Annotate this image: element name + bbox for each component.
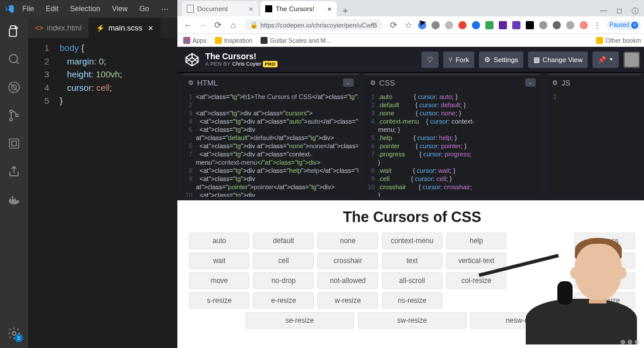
maximize-icon[interactable]: ◻ bbox=[616, 6, 622, 16]
cursor-cell-vertical-text[interactable]: vertical-text bbox=[446, 253, 507, 269]
activity-bar: 1 bbox=[0, 18, 28, 348]
cursor-cell-se-resize[interactable]: se-resize bbox=[245, 312, 354, 329]
address-bar[interactable]: 🔒 https://codepen.io/chriscoyier/pen/uCw… bbox=[244, 19, 383, 30]
cursor-cell-ns-resize[interactable]: ns-resize bbox=[382, 292, 443, 309]
gear-icon[interactable]: ⚙ bbox=[188, 79, 194, 87]
pen-title: The Cursors! bbox=[205, 52, 278, 61]
inspiration-bookmark[interactable]: Inspiration bbox=[215, 37, 252, 44]
star-icon[interactable]: ☆ bbox=[403, 20, 413, 30]
avatar-button[interactable] bbox=[624, 52, 640, 68]
back-icon[interactable]: ← bbox=[183, 20, 193, 30]
change-view-button[interactable]: ▦Change View bbox=[528, 52, 588, 68]
cursor-cell-not-allowed[interactable]: not-allowed bbox=[317, 272, 378, 289]
heart-button[interactable]: ♡ bbox=[422, 52, 439, 68]
js-editor[interactable]: 1 bbox=[547, 90, 641, 197]
cursor-cell-progress[interactable]: progress bbox=[574, 233, 635, 249]
cursor-cell-no-drop[interactable]: no-drop bbox=[253, 272, 314, 289]
code-editor[interactable]: 12345 body { margin: 0; height: 100vh; c… bbox=[28, 38, 177, 348]
chevron-down-icon[interactable]: ⌄ bbox=[343, 79, 354, 87]
menu-more[interactable]: ⋯ bbox=[157, 2, 173, 16]
debug-bug-icon[interactable] bbox=[6, 80, 22, 95]
ext-icon[interactable] bbox=[512, 21, 520, 29]
tab-label: index.html bbox=[47, 23, 81, 32]
share-icon[interactable] bbox=[6, 164, 22, 179]
menu-go[interactable]: Go bbox=[135, 2, 153, 15]
close-icon[interactable]: × bbox=[148, 23, 153, 33]
minimize-icon[interactable]: — bbox=[600, 6, 607, 16]
menu-edit[interactable]: Edit bbox=[42, 2, 63, 15]
ext-icon[interactable] bbox=[472, 21, 480, 29]
cursor-cell-auto[interactable]: auto bbox=[189, 233, 250, 249]
ext-icon[interactable] bbox=[526, 21, 534, 29]
cursor-cell-w-resize[interactable]: w-resize bbox=[317, 292, 378, 309]
cursor-cell-crosshair[interactable]: crosshair bbox=[317, 253, 378, 269]
cursor-cell-none[interactable]: none bbox=[317, 233, 378, 249]
cursor-cell-cell[interactable]: cell bbox=[253, 253, 314, 269]
cursor-cell-text[interactable]: text bbox=[382, 253, 443, 269]
fork-button[interactable]: ⑂Fork bbox=[443, 52, 474, 68]
ext-icon[interactable] bbox=[431, 21, 440, 29]
apps-icon bbox=[183, 37, 190, 44]
source-control-icon[interactable] bbox=[6, 108, 22, 123]
forward-icon[interactable]: → bbox=[198, 20, 208, 30]
css-editor[interactable]: 1234 567 8910 11.auto { cursor: auto; }.… bbox=[365, 90, 540, 197]
cursor-cell-context-menu[interactable]: context-menu bbox=[382, 233, 443, 249]
close-icon[interactable]: × bbox=[249, 5, 254, 13]
cursor-cell-col-resize[interactable]: col-resize bbox=[446, 272, 507, 289]
cursor-cell-wait[interactable]: wait bbox=[189, 253, 250, 269]
new-tab-button[interactable]: + bbox=[339, 4, 352, 16]
ext-icon[interactable] bbox=[553, 21, 561, 29]
other-bookmarks[interactable]: Other bookm bbox=[596, 37, 641, 44]
close-icon[interactable]: × bbox=[327, 5, 332, 13]
cursor-cell-nesw-resize[interactable]: nesw-resize bbox=[470, 312, 579, 329]
cursor-cell-nw-resize[interactable]: nw-resize bbox=[574, 292, 635, 309]
tab-main-scss[interactable]: ⚡ main.scss × bbox=[89, 18, 161, 38]
sync-icon[interactable]: ⟳ bbox=[389, 20, 398, 30]
settings-button[interactable]: ⚙Settings bbox=[479, 52, 523, 68]
cursor-cell-sw-resize[interactable]: sw-resize bbox=[358, 312, 467, 329]
cursor-cell-n-resize[interactable]: n-resize bbox=[574, 272, 635, 289]
more-icon[interactable]: ⋮ bbox=[593, 21, 601, 30]
ext-icon[interactable] bbox=[566, 21, 574, 29]
tab-index-html[interactable]: <> index.html bbox=[28, 18, 89, 38]
pin-icon: 📌 bbox=[598, 56, 606, 64]
cursor-cell-help[interactable]: help bbox=[446, 233, 507, 249]
browser-tab-cursors[interactable]: The Cursors! × bbox=[261, 1, 337, 16]
cursor-cell-move[interactable]: move bbox=[189, 272, 250, 289]
guitar-bookmark[interactable]: Guitar Scales and M… bbox=[261, 37, 332, 44]
settings-gear-icon[interactable]: 1 bbox=[6, 326, 22, 341]
info-icon[interactable]: ⓘ bbox=[632, 6, 639, 16]
svg-rect-11 bbox=[14, 199, 16, 200]
html-editor[interactable]: 12345 67 89 10 <at">class="tg">h1>The Cu… bbox=[183, 90, 358, 197]
browser-tab-document[interactable]: Document × bbox=[182, 1, 258, 16]
ext-icon[interactable] bbox=[539, 21, 547, 29]
cursor-cell-copy[interactable]: copy bbox=[574, 253, 635, 269]
ext-icon[interactable] bbox=[485, 21, 494, 29]
reload-icon[interactable]: ⟳ bbox=[214, 20, 223, 30]
cursor-cell-s-resize[interactable]: s-resize bbox=[189, 292, 250, 309]
menu-selection[interactable]: Selection bbox=[66, 2, 104, 15]
ext-icon[interactable] bbox=[445, 21, 453, 29]
ext-icon[interactable] bbox=[458, 21, 467, 29]
home-icon[interactable]: ⌂ bbox=[229, 20, 238, 30]
search-icon[interactable] bbox=[6, 52, 22, 67]
run-debug-icon[interactable] bbox=[6, 136, 22, 151]
explorer-icon[interactable] bbox=[6, 23, 22, 39]
ext-icon[interactable] bbox=[580, 21, 588, 29]
pin-button[interactable]: 📌▼ bbox=[592, 52, 619, 68]
codepen-app: The Cursors! A PEN BY Chris CoyierPRO ♡ … bbox=[177, 47, 644, 348]
panel-label: CSS bbox=[379, 79, 395, 87]
ext-icon[interactable] bbox=[499, 21, 507, 29]
gear-icon[interactable]: ⚙ bbox=[370, 79, 376, 87]
chevron-down-icon[interactable]: ⌄ bbox=[525, 79, 536, 87]
url-text: https://codepen.io/chriscoyier/pen/uCwfB bbox=[261, 22, 377, 29]
gear-icon[interactable]: ⚙ bbox=[552, 79, 558, 87]
apps-bookmark[interactable]: Apps bbox=[183, 37, 207, 44]
cursor-cell-default[interactable]: default bbox=[253, 233, 314, 249]
cursor-cell-all-scroll[interactable]: all-scroll bbox=[382, 272, 443, 289]
menu-file[interactable]: File bbox=[18, 2, 38, 15]
menu-view[interactable]: View bbox=[108, 2, 132, 15]
docker-icon[interactable] bbox=[6, 192, 22, 207]
profile-paused[interactable]: Paused0 bbox=[607, 21, 641, 30]
cursor-cell-e-resize[interactable]: e-resize bbox=[253, 292, 314, 309]
